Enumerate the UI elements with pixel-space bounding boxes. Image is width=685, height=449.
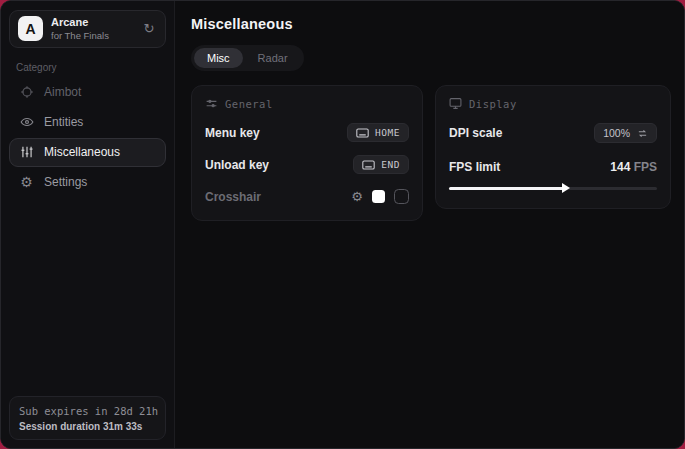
- sliders-vertical-icon: [19, 145, 34, 160]
- display-card-header: Display: [449, 97, 657, 110]
- sidebar-item-label: Miscellaneous: [44, 145, 120, 159]
- app-meta: Arcane for The Finals: [51, 16, 109, 42]
- dpi-scale-label: DPI scale: [449, 126, 502, 140]
- sidebar-item-miscellaneous[interactable]: Miscellaneous: [9, 138, 166, 167]
- sidebar-item-label: Aimbot: [44, 85, 81, 99]
- app-logo: A: [18, 16, 43, 41]
- sidebar-spacer: [9, 197, 166, 396]
- eye-icon: [19, 115, 34, 130]
- crosshair-row: Crosshair ⚙: [205, 187, 409, 206]
- gear-icon: ⚙: [19, 175, 34, 190]
- unload-key-bind-button[interactable]: END: [353, 155, 409, 174]
- sidebar-item-label: Settings: [44, 175, 87, 189]
- sliders-horizontal-icon: [205, 97, 218, 110]
- crosshair-enable-checkbox[interactable]: [394, 189, 409, 204]
- dpi-scale-value: 100%: [603, 127, 630, 139]
- cycle-icon: [637, 128, 648, 139]
- general-card-title: General: [225, 98, 273, 110]
- crosshair-label: Crosshair: [205, 190, 261, 204]
- crosshair-color-swatch[interactable]: [372, 190, 385, 203]
- menu-key-bind-button[interactable]: HOME: [347, 123, 409, 142]
- crosshair-controls: ⚙: [351, 189, 409, 204]
- crosshair-icon: [19, 85, 34, 100]
- app-window: A Arcane for The Finals ↻ Category Aimbo…: [0, 0, 685, 449]
- slider-fill: [449, 187, 564, 190]
- slider-thumb[interactable]: [562, 183, 570, 193]
- dpi-scale-row: DPI scale 100%: [449, 123, 657, 143]
- crosshair-settings-gear-icon[interactable]: ⚙: [351, 190, 363, 203]
- category-label: Category: [16, 62, 166, 73]
- sidebar-item-settings[interactable]: ⚙ Settings: [9, 168, 166, 197]
- menu-key-label: Menu key: [205, 126, 260, 140]
- tab-bar: Misc Radar: [191, 45, 304, 71]
- sidebar-item-label: Entities: [44, 115, 83, 129]
- page-title: Miscellaneous: [191, 16, 671, 32]
- tab-radar[interactable]: Radar: [245, 48, 301, 68]
- sidebar-item-entities[interactable]: Entities: [9, 108, 166, 137]
- app-subtitle: for The Finals: [51, 30, 109, 42]
- app-name: Arcane: [51, 16, 109, 30]
- fps-limit-slider[interactable]: [449, 183, 657, 194]
- menu-key-value: HOME: [375, 127, 400, 138]
- tab-misc[interactable]: Misc: [194, 48, 243, 68]
- display-card-title: Display: [469, 98, 517, 110]
- menu-key-row: Menu key HOME: [205, 123, 409, 142]
- main-panel: Miscellaneous Misc Radar General: [175, 1, 685, 448]
- general-card-header: General: [205, 97, 409, 110]
- keyboard-icon: [362, 160, 375, 170]
- fps-limit-value: 144 FPS: [610, 160, 657, 174]
- monitor-icon: [449, 97, 462, 110]
- general-card: General Menu key HOME: [191, 85, 423, 221]
- fps-number: 144: [610, 160, 630, 174]
- unload-key-value: END: [381, 159, 400, 170]
- sidebar: A Arcane for The Finals ↻ Category Aimbo…: [1, 1, 175, 448]
- app-header-card: A Arcane for The Finals ↻: [9, 10, 166, 48]
- fps-unit: FPS: [634, 160, 657, 174]
- keyboard-icon: [356, 128, 369, 138]
- dpi-scale-select[interactable]: 100%: [594, 123, 657, 143]
- refresh-icon[interactable]: ↻: [141, 21, 157, 37]
- subscription-info-card: Sub expires in 28d 21h Session duration …: [9, 396, 166, 440]
- sidebar-item-aimbot[interactable]: Aimbot: [9, 78, 166, 107]
- unload-key-label: Unload key: [205, 158, 269, 172]
- sub-expires-text: Sub expires in 28d 21h: [19, 405, 156, 417]
- settings-cards: General Menu key HOME: [191, 85, 671, 221]
- unload-key-row: Unload key END: [205, 155, 409, 174]
- sidebar-nav: Aimbot Entities Miscel: [9, 78, 166, 197]
- session-duration-text: Session duration 31m 33s: [19, 421, 156, 432]
- display-card: Display DPI scale 100% FPS limit: [435, 85, 671, 209]
- fps-limit-row: FPS limit 144 FPS: [449, 157, 657, 176]
- fps-limit-label: FPS limit: [449, 160, 500, 174]
